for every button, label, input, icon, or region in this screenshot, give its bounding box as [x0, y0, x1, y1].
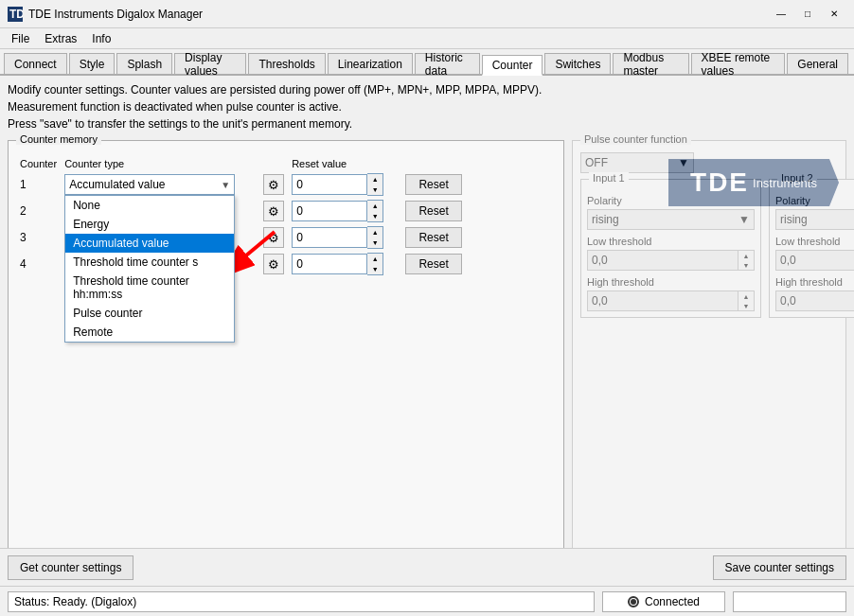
tab-modbus-master[interactable]: Modbus master [613, 53, 688, 74]
tab-connect[interactable]: Connect [4, 53, 67, 74]
tab-linearization[interactable]: Linearization [328, 53, 413, 74]
spin-up-2[interactable]: ▲ [367, 201, 383, 211]
bottom-button-bar: Get counter settings Save counter settin… [0, 548, 854, 586]
counter-memory-section: Counter memory Counter Counter type Rese… [8, 140, 564, 548]
maximize-button[interactable]: □ [795, 5, 820, 24]
gear-button-4[interactable]: ⚙ [263, 254, 284, 274]
dropdown-select-1[interactable]: Accumulated value ▼ [64, 174, 235, 195]
reset-btn-cell-1: Reset [401, 171, 556, 198]
input2-polarity-select[interactable]: rising ▼ [775, 209, 854, 230]
save-settings-button[interactable]: Save counter settings [713, 555, 846, 580]
chevron-down-icon: ▼ [221, 180, 230, 190]
input2-low-threshold-label: Low threshold [775, 236, 854, 247]
gear-button-3[interactable]: ⚙ [263, 227, 284, 248]
dropdown-option-accumulated[interactable]: Accumulated value [65, 234, 234, 253]
reset-button-1[interactable]: Reset [405, 174, 462, 195]
connected-label: Connected [645, 595, 700, 608]
dropdown-option-energy[interactable]: Energy [65, 215, 234, 234]
input2-polarity-value: rising [780, 213, 808, 226]
tab-general[interactable]: General [787, 53, 848, 74]
reset-value-field-2[interactable] [292, 201, 367, 221]
input2-label: Input 2 [777, 172, 817, 184]
input2-high-threshold-input: ▲ ▼ [775, 290, 854, 311]
input1-polarity-select[interactable]: rising ▼ [587, 209, 755, 230]
status-text: Status: Ready. (Digalox) [8, 591, 595, 612]
dropdown-option-threshold-s[interactable]: Threshold time counter s [65, 253, 234, 272]
reset-button-2[interactable]: Reset [405, 201, 462, 221]
app-icon: TDE [8, 7, 23, 22]
reset-value-input-3: ▲ ▼ [292, 226, 386, 249]
input1-high-threshold-label: High threshold [587, 276, 755, 288]
dropdown-option-pulse[interactable]: Pulse counter [65, 304, 234, 323]
window-title: TDE Instruments Digalox Manager [28, 8, 769, 21]
description: Modify counter settings. Counter values … [8, 81, 846, 132]
dropdown-option-remote[interactable]: Remote [65, 323, 234, 342]
main-content: Modify counter settings. Counter values … [0, 76, 854, 548]
spin-down-ht1[interactable]: ▼ [738, 301, 754, 310]
tab-splash[interactable]: Splash [116, 53, 172, 74]
statusbar: Status: Ready. (Digalox) Connected [0, 586, 854, 616]
minimize-button[interactable]: — [769, 5, 793, 24]
tab-counter[interactable]: Counter [482, 55, 543, 76]
input1-low-threshold-field[interactable] [587, 250, 738, 271]
spin-up-1[interactable]: ▲ [367, 174, 383, 185]
table-row: 1 Accumulated value ▼ None Energ [16, 171, 556, 198]
input1-low-threshold-spinners: ▲ ▼ [738, 250, 755, 271]
titlebar: TDE TDE Instruments Digalox Manager — □ … [0, 0, 854, 28]
input1-section: Input 1 Polarity rising ▼ Low threshold … [580, 179, 761, 318]
reset-value-field-1[interactable] [292, 174, 367, 195]
chevron-down-icon-pol1: ▼ [738, 213, 750, 226]
reset-button-3[interactable]: Reset [405, 227, 462, 248]
close-button[interactable]: ✕ [822, 5, 846, 24]
spin-up-lt1[interactable]: ▲ [738, 251, 754, 260]
gear-button-1[interactable]: ⚙ [263, 174, 284, 195]
reset-value-input-1: ▲ ▼ [292, 173, 386, 196]
spin-up-4[interactable]: ▲ [367, 254, 383, 264]
spin-up-3[interactable]: ▲ [367, 227, 383, 238]
counter-type-cell: Accumulated value ▼ None Energy Accumula… [61, 171, 259, 198]
menu-file[interactable]: File [4, 30, 37, 47]
menu-info[interactable]: Info [84, 30, 118, 47]
menu-extras[interactable]: Extras [37, 30, 84, 47]
tab-display-values[interactable]: Display values [174, 53, 246, 74]
reset-value-spinners-1: ▲ ▼ [367, 173, 383, 196]
reset-button-4[interactable]: Reset [405, 254, 462, 274]
gear-button-2[interactable]: ⚙ [263, 201, 284, 221]
spin-down-1[interactable]: ▼ [367, 185, 383, 195]
reset-value-field-4[interactable] [292, 254, 367, 274]
dropdown-selected-value: Accumulated value [69, 178, 165, 191]
reset-value-cell-4: ▲ ▼ [288, 251, 401, 277]
window-controls: — □ ✕ [769, 5, 846, 24]
reset-value-spinners-4: ▲ ▼ [367, 253, 383, 275]
tab-historic-data[interactable]: Historic data [415, 53, 480, 74]
spin-up-ht1[interactable]: ▲ [738, 291, 754, 301]
dropdown-option-threshold-hh[interactable]: Threshold time counter hh:mm:ss [65, 272, 234, 304]
input1-high-threshold-field[interactable] [587, 290, 738, 311]
input1-high-threshold-spinners: ▲ ▼ [738, 290, 755, 311]
inputs-row: Input 1 Polarity rising ▼ Low threshold … [580, 179, 838, 318]
input2-high-threshold-field[interactable] [775, 290, 854, 311]
get-settings-button[interactable]: Get counter settings [8, 555, 133, 580]
counter-type-dropdown-1[interactable]: Accumulated value ▼ None Energy Accumula… [64, 174, 235, 195]
menubar: File Extras Info [0, 28, 854, 49]
tab-switches[interactable]: Switches [544, 53, 611, 74]
spin-down-3[interactable]: ▼ [367, 238, 383, 248]
dropdown-list-1: None Energy Accumulated value Threshold … [64, 195, 235, 343]
gear-cell-1: ⚙ [259, 171, 288, 198]
tab-xbee-remote-values[interactable]: XBEE remote values [691, 53, 786, 74]
pulse-function-dropdown[interactable]: OFF ▼ [580, 152, 694, 173]
tab-style[interactable]: Style [69, 53, 116, 74]
spin-down-lt1[interactable]: ▼ [738, 260, 754, 270]
spin-down-4[interactable]: ▼ [367, 264, 383, 274]
col-gear-spacer [259, 156, 288, 171]
tab-thresholds[interactable]: Thresholds [248, 53, 325, 74]
reset-value-cell-3: ▲ ▼ [288, 224, 401, 251]
reset-value-input-4: ▲ ▼ [292, 253, 386, 275]
spin-down-2[interactable]: ▼ [367, 211, 383, 221]
input2-low-threshold-field[interactable] [775, 250, 854, 271]
input1-high-threshold-input: ▲ ▼ [587, 290, 755, 311]
connected-indicator: Connected [602, 591, 725, 612]
reset-value-field-3[interactable] [292, 227, 367, 248]
dropdown-option-none[interactable]: None [65, 196, 234, 215]
input1-polarity-value: rising [592, 213, 619, 226]
